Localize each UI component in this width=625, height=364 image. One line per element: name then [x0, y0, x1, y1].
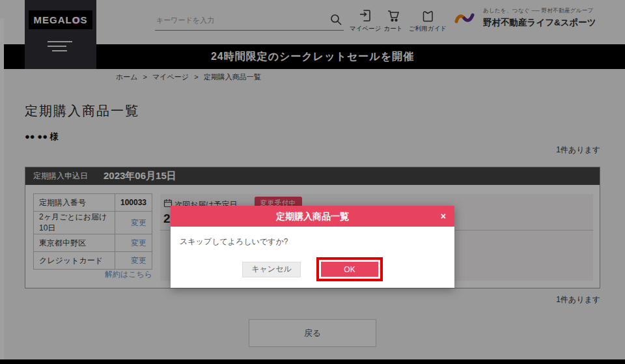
modal-overlay — [0, 0, 625, 364]
close-icon[interactable]: × — [441, 206, 446, 227]
ok-button[interactable]: OK — [321, 262, 378, 277]
dialog-header: 定期購入商品一覧 × — [171, 206, 454, 227]
dialog-message: スキップしてよろしいですか? — [180, 236, 445, 247]
annotation-highlight: OK — [316, 257, 383, 281]
dialog-title: 定期購入商品一覧 — [276, 211, 349, 221]
cancel-button[interactable]: キャンセル — [242, 262, 301, 277]
skip-confirm-dialog: 定期購入商品一覧 × スキップしてよろしいですか? キャンセル OK — [171, 206, 454, 288]
page: マイページ カート ご利用ガイド — [0, 0, 625, 364]
